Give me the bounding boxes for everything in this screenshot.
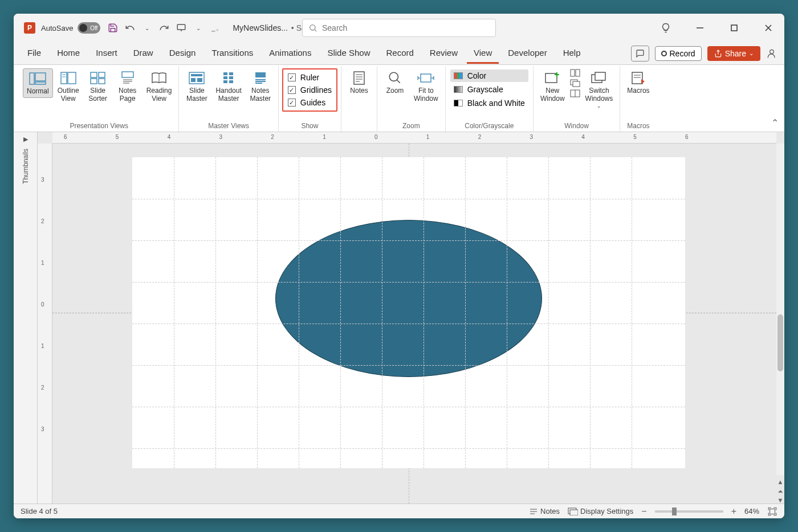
slide-sorter-button[interactable]: Slide Sorter bbox=[84, 68, 112, 105]
undo-icon[interactable] bbox=[124, 22, 136, 34]
maximize-icon[interactable] bbox=[723, 19, 746, 36]
color-button[interactable]: Color bbox=[450, 69, 528, 82]
new-window-button[interactable]: New Window bbox=[537, 68, 568, 105]
svg-rect-21 bbox=[122, 72, 133, 77]
tab-animations[interactable]: Animations bbox=[262, 43, 318, 64]
normal-view-button[interactable]: Normal bbox=[23, 68, 53, 98]
tab-developer[interactable]: Developer bbox=[501, 43, 553, 64]
tab-view[interactable]: View bbox=[467, 43, 499, 64]
zoom-level[interactable]: 64% bbox=[744, 507, 759, 515]
account-icon[interactable] bbox=[766, 48, 777, 59]
zoom-in-button[interactable]: + bbox=[731, 506, 736, 517]
horizontal-ruler[interactable]: 6543210123456 bbox=[52, 132, 776, 144]
group-notes: Notes bbox=[341, 66, 377, 132]
collapse-ribbon-icon[interactable]: ⌃ bbox=[771, 117, 779, 128]
share-button[interactable]: Share⌄ bbox=[707, 46, 760, 61]
search-box[interactable] bbox=[302, 19, 496, 37]
slide[interactable] bbox=[132, 157, 685, 468]
tab-file[interactable]: File bbox=[21, 43, 48, 64]
slide-canvas[interactable] bbox=[52, 144, 776, 504]
slide-master-button[interactable]: Slide Master bbox=[182, 68, 211, 105]
save-icon[interactable] bbox=[107, 22, 119, 34]
tab-design[interactable]: Design bbox=[162, 43, 203, 64]
zoom-button[interactable]: Zoom bbox=[381, 68, 409, 97]
grayscale-button[interactable]: Grayscale bbox=[450, 83, 528, 96]
prev-slide-icon[interactable]: ▲ bbox=[777, 478, 784, 485]
search-input[interactable] bbox=[322, 23, 490, 32]
svg-rect-10 bbox=[30, 73, 34, 84]
group-color-grayscale: Color Grayscale Black and White Color/Gr… bbox=[446, 66, 534, 132]
ribbon-tabbar: File Home Insert Draw Design Transitions… bbox=[14, 42, 784, 65]
svg-rect-13 bbox=[61, 72, 67, 84]
zoom-slider[interactable] bbox=[655, 510, 723, 513]
move-split-icon[interactable] bbox=[569, 89, 581, 98]
thumbnails-label: Thumbnails bbox=[22, 149, 30, 184]
undo-dropdown-icon[interactable]: ⌄ bbox=[141, 22, 153, 34]
group-macros: Macros Macros bbox=[620, 66, 656, 132]
double-up-icon[interactable]: ⏶ bbox=[777, 488, 784, 494]
arrange-all-icon[interactable] bbox=[569, 68, 581, 77]
fit-slide-button[interactable] bbox=[767, 506, 777, 517]
tab-review[interactable]: Review bbox=[423, 43, 465, 64]
tab-insert[interactable]: Insert bbox=[89, 43, 124, 64]
tab-slideshow[interactable]: Slide Show bbox=[320, 43, 377, 64]
zoom-out-button[interactable]: − bbox=[641, 506, 646, 517]
close-icon[interactable] bbox=[757, 19, 780, 36]
svg-rect-5 bbox=[731, 25, 737, 31]
svg-rect-17 bbox=[91, 72, 97, 77]
filename: MyNewSlides... bbox=[233, 23, 287, 32]
macros-button[interactable]: Macros bbox=[624, 68, 653, 97]
notes-toggle[interactable]: Notes bbox=[529, 507, 560, 515]
gridlines-checkbox[interactable]: ✓Gridlines bbox=[288, 85, 332, 95]
svg-rect-32 bbox=[223, 76, 227, 79]
lightbulb-icon[interactable] bbox=[654, 19, 677, 36]
svg-rect-11 bbox=[35, 73, 46, 81]
present-icon[interactable] bbox=[176, 22, 187, 34]
guides-checkbox[interactable]: ✓Guides bbox=[288, 98, 332, 107]
thumbnails-expand-icon[interactable]: ▶ bbox=[23, 136, 28, 143]
vertical-ruler[interactable]: 3210123 bbox=[38, 144, 52, 504]
record-button[interactable]: Record bbox=[655, 46, 702, 61]
next-slide-icon[interactable]: ▼ bbox=[777, 497, 784, 504]
fit-to-window-button[interactable]: Fit to Window bbox=[410, 68, 442, 105]
autosave-toggle-group: AutoSave Off bbox=[41, 22, 100, 34]
tab-transitions[interactable]: Transitions bbox=[205, 43, 260, 64]
cascade-icon[interactable] bbox=[569, 79, 581, 88]
tab-home[interactable]: Home bbox=[50, 43, 87, 64]
redo-icon[interactable] bbox=[158, 22, 170, 34]
svg-rect-27 bbox=[191, 74, 202, 76]
tab-record[interactable]: Record bbox=[379, 43, 420, 64]
vertical-scrollbar[interactable] bbox=[776, 144, 784, 475]
display-settings-button[interactable]: Display Settings bbox=[568, 507, 633, 515]
svg-rect-60 bbox=[595, 72, 605, 80]
tab-help[interactable]: Help bbox=[556, 43, 588, 64]
scrollbar-thumb[interactable] bbox=[777, 314, 783, 371]
qat-customize-icon[interactable]: ⎯⌄ bbox=[210, 22, 221, 34]
canvas-wrap: 6543210123456 3210123 ▲ ⏶ ▼ bbox=[38, 132, 784, 504]
svg-rect-0 bbox=[178, 24, 186, 30]
switch-windows-button[interactable]: Switch Windows⌄ bbox=[582, 68, 617, 111]
svg-rect-70 bbox=[770, 509, 775, 514]
ruler-checkbox[interactable]: ✓Ruler bbox=[288, 73, 332, 82]
black-white-button[interactable]: Black and White bbox=[450, 97, 528, 109]
svg-rect-29 bbox=[197, 78, 202, 82]
comments-button[interactable] bbox=[631, 46, 649, 62]
window-arrange-icons bbox=[569, 68, 581, 98]
notes-button[interactable]: Notes bbox=[345, 68, 373, 97]
titlebar-right bbox=[654, 19, 780, 36]
thumbnails-panel[interactable]: ▶ Thumbnails bbox=[14, 132, 38, 504]
autosave-toggle[interactable]: Off bbox=[78, 22, 100, 34]
tab-draw[interactable]: Draw bbox=[127, 43, 160, 64]
handout-master-button[interactable]: Handout Master bbox=[212, 68, 245, 105]
reading-view-button[interactable]: Reading View bbox=[143, 68, 176, 105]
search-icon bbox=[308, 23, 317, 32]
oval-shape[interactable] bbox=[275, 220, 542, 377]
notes-master-button[interactable]: Notes Master bbox=[246, 68, 275, 105]
quick-access-toolbar: ⌄ ⌄ ⎯⌄ bbox=[107, 22, 221, 34]
outline-view-button[interactable]: Outline View bbox=[54, 68, 83, 105]
notes-page-button[interactable]: Notes Page bbox=[113, 68, 142, 105]
present-dropdown-icon[interactable]: ⌄ bbox=[193, 22, 204, 34]
minimize-icon[interactable] bbox=[689, 19, 711, 36]
slide-number-status[interactable]: Slide 4 of 5 bbox=[21, 507, 58, 515]
svg-rect-34 bbox=[223, 80, 227, 83]
